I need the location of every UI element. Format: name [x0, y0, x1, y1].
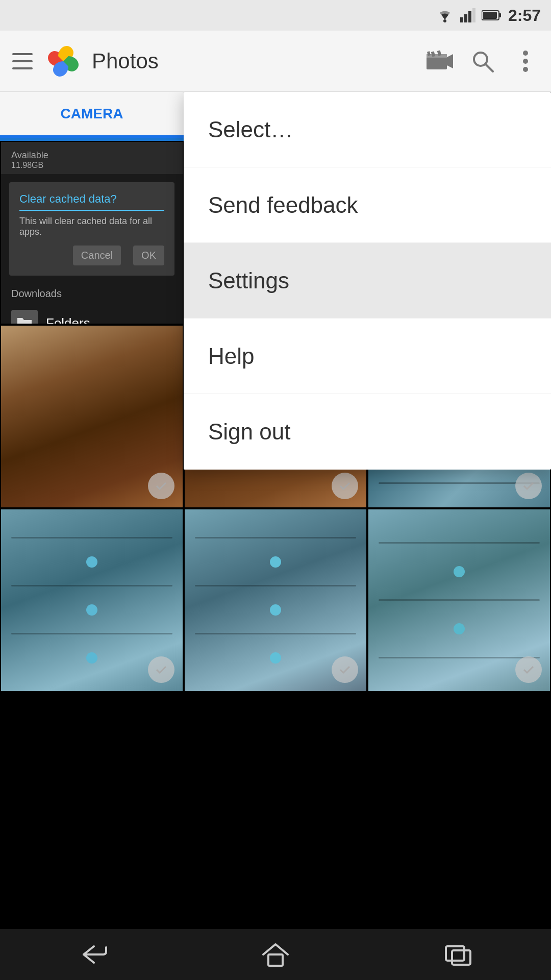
svg-marker-9 — [447, 54, 453, 68]
svg-rect-7 — [483, 12, 497, 19]
content-area: CAMERA Available 11.98GB Clear cached da… — [0, 92, 551, 929]
app-logo — [45, 43, 82, 80]
nav-bar — [0, 929, 551, 980]
svg-line-16 — [486, 64, 493, 71]
search-icon[interactable] — [469, 48, 496, 75]
status-time: 2:57 — [508, 6, 541, 25]
svg-rect-6 — [499, 13, 501, 17]
battery-icon — [482, 10, 502, 21]
app-title: Photos — [92, 49, 427, 74]
app-bar: Photos — [0, 31, 551, 92]
menu-item-help[interactable]: Help — [184, 318, 551, 394]
svg-point-0 — [443, 19, 446, 22]
status-bar: 2:57 — [0, 0, 551, 31]
more-icon[interactable] — [512, 48, 539, 75]
svg-rect-22 — [446, 946, 464, 961]
svg-rect-4 — [472, 8, 475, 22]
svg-point-19 — [523, 67, 528, 72]
back-button[interactable] — [66, 939, 117, 970]
menu-item-select[interactable]: Select… — [184, 92, 551, 167]
svg-point-18 — [523, 59, 528, 64]
signal-icon — [460, 8, 475, 22]
hamburger-icon[interactable] — [12, 49, 37, 74]
dropdown-menu: Select… Send feedback Settings Help Sign… — [184, 92, 551, 470]
menu-item-send-feedback[interactable]: Send feedback — [184, 167, 551, 243]
home-button[interactable] — [250, 939, 301, 970]
svg-rect-1 — [460, 17, 463, 22]
wifi-icon — [436, 8, 454, 22]
app-bar-actions — [427, 48, 539, 75]
status-icons: 2:57 — [436, 6, 541, 25]
recents-button[interactable] — [434, 939, 485, 970]
svg-rect-23 — [452, 950, 470, 965]
svg-rect-21 — [268, 954, 283, 966]
movie-icon[interactable] — [427, 48, 453, 75]
menu-item-sign-out[interactable]: Sign out — [184, 394, 551, 470]
menu-item-settings[interactable]: Settings — [184, 243, 551, 318]
svg-rect-2 — [464, 14, 467, 22]
svg-rect-3 — [468, 11, 471, 22]
svg-point-17 — [523, 51, 528, 56]
